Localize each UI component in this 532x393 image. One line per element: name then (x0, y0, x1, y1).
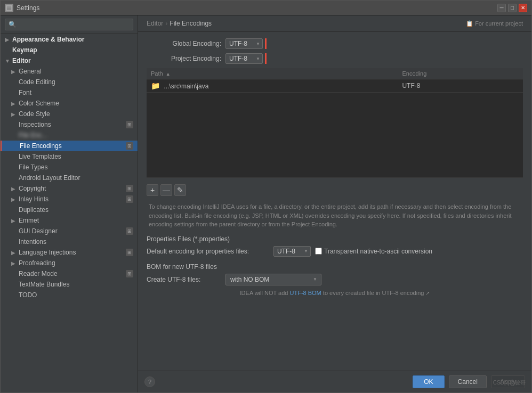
sidebar-item-keymap[interactable]: Keymap (1, 45, 138, 55)
sidebar-item-label: GUI Designer (19, 227, 58, 235)
sidebar-item-blurred[interactable]: File Enc... (1, 130, 138, 141)
sidebar-item-copyright[interactable]: ▶ Copyright ⊞ (1, 183, 138, 194)
transparent-conversion-checkbox[interactable] (315, 248, 322, 255)
badge-icon: ⊞ (126, 185, 133, 192)
chevron-right-icon: ▶ (11, 69, 17, 75)
window-title: Settings (17, 4, 494, 12)
sidebar-item-inlay-hints[interactable]: ▶ Inlay Hints ⊞ (1, 194, 138, 204)
bom-select-wrapper: with NO BOM with BOM (225, 274, 321, 285)
sidebar-item-label: Duplicates (19, 206, 49, 214)
add-button[interactable]: + (147, 184, 158, 196)
badge-icon: ⊞ (126, 249, 133, 256)
project-encoding-select[interactable]: UTF-8 (225, 53, 263, 64)
sidebar-item-color-scheme[interactable]: ▶ Color Scheme (1, 98, 138, 109)
sidebar-item-label: Color Scheme (19, 100, 59, 107)
bottom-left: ? (144, 376, 155, 387)
sidebar-item-code-style[interactable]: ▶ Code Style (1, 109, 138, 119)
transparent-conversion-wrapper: Transparent native-to-ascii conversion (315, 248, 432, 255)
idea-note-prefix: IDEA will NOT add (240, 290, 290, 296)
edit-button[interactable]: ✎ (174, 184, 186, 196)
sidebar-item-duplicates[interactable]: Duplicates (1, 204, 138, 215)
chevron-right-icon: ▶ (11, 250, 17, 256)
sidebar-item-file-types[interactable]: File Types (1, 162, 138, 173)
chevron-right-icon: ▶ (11, 111, 17, 117)
sidebar-item-code-editing[interactable]: Code Editing (1, 77, 138, 87)
badge-icon: ⊞ (126, 195, 133, 203)
sidebar-item-label: Live Templates (19, 153, 61, 160)
ok-button[interactable]: OK (413, 375, 444, 388)
project-link[interactable]: 📋 For current project (466, 20, 523, 27)
chevron-down-icon: ▼ (5, 58, 10, 64)
global-encoding-row: Global Encoding: UTF-8 (147, 38, 523, 49)
breadcrumb-separator: › (165, 20, 167, 27)
sidebar-item-label: File Types (19, 163, 47, 171)
global-encoding-select[interactable]: UTF-8 (225, 38, 263, 49)
sidebar-item-intentions[interactable]: Intentions (1, 236, 138, 247)
project-encoding-label: Project Encoding: (147, 55, 221, 62)
apply-button: Apply (491, 375, 525, 388)
bom-section: BOM for new UTF-8 files Create UTF-8 fil… (147, 263, 523, 296)
sidebar-item-file-encodings[interactable]: File Encodings ⊞ (1, 141, 138, 151)
sidebar-item-label: Inspections (19, 121, 51, 128)
sidebar-item-textmate-bundles[interactable]: TextMate Bundles (1, 279, 138, 290)
window-controls: ─ □ ✕ (497, 4, 527, 12)
minimize-button[interactable]: ─ (497, 4, 506, 12)
help-button[interactable]: ? (144, 376, 155, 387)
cancel-button[interactable]: Cancel (449, 375, 487, 388)
utf8-bom-link[interactable]: UTF-8 BOM (290, 290, 321, 296)
sidebar-item-live-templates[interactable]: Live Templates (1, 151, 138, 162)
chevron-right-icon: ▶ (11, 196, 17, 202)
chevron-right-icon: ▶ (11, 260, 17, 266)
encoding-cell: UTF-8 (398, 79, 523, 93)
maximize-button[interactable]: □ (508, 4, 517, 12)
transparent-conversion-label: Transparent native-to-ascii conversion (324, 248, 432, 255)
global-encoding-label: Global Encoding: (147, 40, 221, 47)
sidebar-item-label: Intentions (19, 238, 46, 245)
sidebar-item-label: Android Layout Editor (19, 174, 80, 182)
settings-tree: ▶ Appearance & Behavior Keymap ▼ Editor … (1, 34, 138, 392)
project-link-icon: 📋 (466, 20, 473, 27)
encoding-column-header[interactable]: Encoding (398, 68, 523, 79)
path-column-header[interactable]: Path ▲ (147, 68, 398, 79)
sidebar-item-font[interactable]: Font (1, 87, 138, 98)
sidebar-item-language-injections[interactable]: ▶ Language Injections ⊞ (1, 247, 138, 258)
sidebar-item-emmet[interactable]: ▶ Emmet (1, 215, 138, 226)
bom-section-title: BOM for new UTF-8 files (147, 263, 523, 271)
sidebar-item-label: Language Injections (19, 249, 76, 256)
sidebar-item-label: General (19, 68, 42, 75)
table-row[interactable]: 📁 ...\src\main\java UTF-8 (147, 79, 523, 93)
badge-icon: ⊞ (126, 227, 133, 235)
sidebar-item-inspections[interactable]: Inspections ⊞ (1, 119, 138, 130)
settings-window: Settings ─ □ ✕ ▶ Appearance & Behavior (0, 0, 532, 393)
close-button[interactable]: ✕ (519, 4, 527, 12)
breadcrumb: Editor › File Encodings 📋 For current pr… (138, 15, 531, 32)
folder-icon: 📁 (151, 81, 160, 90)
sidebar-item-todo[interactable]: TODO (1, 290, 138, 300)
chevron-right-icon: ▶ (11, 218, 17, 224)
right-panel: Editor › File Encodings 📋 For current pr… (138, 15, 531, 392)
svg-rect-0 (6, 5, 12, 11)
sidebar-item-reader-mode[interactable]: Reader Mode ⊞ (1, 268, 138, 279)
remove-button[interactable]: — (160, 184, 172, 196)
search-input[interactable] (5, 19, 133, 30)
properties-encoding-row: Default encoding for properties files: U… (147, 246, 523, 257)
sidebar-item-label: Code Style (19, 110, 50, 118)
path-cell: 📁 ...\src\main\java (147, 79, 398, 93)
sidebar-item-proofreading[interactable]: ▶ Proofreading (1, 258, 138, 268)
default-encoding-label: Default encoding for properties files: (147, 248, 269, 255)
sidebar-item-editor[interactable]: ▼ Editor (1, 55, 138, 66)
sidebar-item-label: Code Editing (19, 78, 55, 86)
badge-icon: ⊞ (126, 142, 133, 150)
sort-asc-icon: ▲ (166, 71, 171, 77)
bom-select[interactable]: with NO BOM with BOM (225, 274, 321, 285)
sidebar-item-appearance[interactable]: ▶ Appearance & Behavior (1, 34, 138, 45)
sidebar-item-gui-designer[interactable]: GUI Designer ⊞ (1, 226, 138, 236)
sidebar-item-label: File Encodings (20, 142, 62, 150)
sidebar-item-label: TextMate Bundles (19, 281, 69, 288)
sidebar-item-android-layout-editor[interactable]: Android Layout Editor (1, 173, 138, 183)
props-encoding-select[interactable]: UTF-8 (273, 246, 311, 257)
sidebar-item-general[interactable]: ▶ General (1, 66, 138, 77)
badge-icon: ⊞ (126, 270, 133, 277)
properties-section-title: Properties Files (*.properties) (147, 235, 523, 243)
encoding-table: Path ▲ Encoding 📁 ...\src\m (147, 68, 523, 178)
